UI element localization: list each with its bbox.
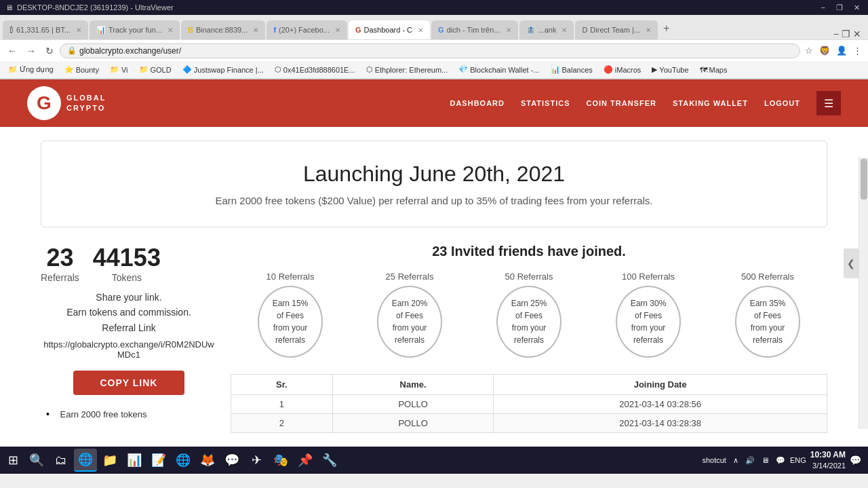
bullet-section: • Earn 2000 free tokens	[41, 409, 217, 419]
tray-network[interactable]: 🖥	[760, 455, 771, 466]
maximize-btn[interactable]: ❐	[833, 3, 846, 12]
tray-notification[interactable]: 💬	[774, 455, 787, 466]
taskbar-explorer[interactable]: 📁	[98, 449, 121, 472]
tab-close-btn[interactable]: ✕	[646, 26, 651, 34]
hamburger-btn[interactable]: ☰	[816, 91, 841, 115]
nav-coin-transfer[interactable]: COIN TRANSFER	[587, 99, 656, 107]
taskbar-app1[interactable]: 🎭	[269, 449, 292, 472]
tier-50-label: 50 Referrals	[505, 271, 553, 282]
bookmark-0x41[interactable]: ⬡ 0x41Ed3fd888601E...	[272, 64, 358, 75]
left-panel: 23 Referrals 44153 Tokens Share your lin…	[41, 244, 217, 419]
taskbar-word[interactable]: 📝	[147, 449, 170, 472]
address-bar[interactable]: 🔒 globalcrypto.exchange/user/	[60, 43, 800, 58]
maps-icon: 🗺	[700, 66, 707, 74]
table-header-row: Sr. Name. Joining Date	[231, 375, 827, 395]
title-bar-left: 🖥 DESKTOP-8NDCJE2 (36191239) - UltraView…	[5, 3, 174, 12]
tab-dashboard[interactable]: G Dashboard - C ✕	[349, 20, 430, 39]
tier-100-oval: Earn 30%of Feesfrom yourreferrals	[616, 286, 681, 358]
tab-close-btn[interactable]: ✕	[418, 26, 423, 34]
bookmark-bounty[interactable]: ⭐ Referrals Bounty	[62, 64, 102, 75]
taskbar-app3[interactable]: 🔧	[318, 449, 341, 472]
tokens-label: Tokens	[93, 272, 161, 283]
taskbar-firefox[interactable]: 🦊	[196, 449, 219, 472]
bookmark-blockchain[interactable]: 💎 Blockchain Wallet -...	[456, 64, 542, 75]
taskbar-taskview[interactable]: 🗂	[50, 449, 73, 472]
tab-close-btn[interactable]: ✕	[167, 26, 173, 34]
tier-500: 500 Referrals Earn 35%of Feesfrom yourre…	[735, 271, 800, 358]
clock[interactable]: 10:30 AM 3/14/2021	[810, 449, 846, 471]
taskbar-messenger[interactable]: 💬	[220, 449, 243, 472]
nav-logout[interactable]: LOGOUT	[764, 99, 800, 107]
new-tab-button[interactable]: +	[659, 22, 673, 35]
tab-close-btn[interactable]: ✕	[561, 26, 567, 34]
tier-50-oval: Earn 25%of Feesfrom yourreferrals	[496, 286, 561, 358]
language-button[interactable]: ENG	[790, 456, 806, 464]
bookmark-balances[interactable]: 📊 Balances	[548, 64, 595, 75]
taskbar-chrome[interactable]: 🌐	[172, 449, 195, 472]
main-section: 23 Referrals 44153 Tokens Share your lin…	[41, 244, 827, 433]
browser-min-btn[interactable]: −	[833, 29, 839, 39]
bookmark-apps[interactable]: 📁 Ứng dụng	[5, 64, 56, 75]
browser-close-btn[interactable]: ✕	[853, 29, 861, 39]
taskbar-app2[interactable]: 📌	[294, 449, 317, 472]
tab-bar: ₿ 61,331.65 | BT... ✕ 📊 Track your fun..…	[0, 15, 868, 39]
tab-close-btn[interactable]: ✕	[335, 26, 340, 34]
taskbar-search[interactable]: 🔍	[25, 449, 48, 472]
bookmark-justswap[interactable]: 🔷 Justswap Finance |...	[180, 64, 267, 75]
bookmark-gold[interactable]: 📁 GOLD	[136, 64, 174, 75]
profile-btn[interactable]: 👤	[834, 44, 849, 57]
bookmark-ethplorer[interactable]: ⬡ Ethplorer: Ethereum...	[363, 64, 451, 75]
nav-dashboard[interactable]: DASHBOARD	[450, 99, 505, 107]
tab-direct[interactable]: D Direct Team |... ✕	[575, 20, 658, 39]
star-btn[interactable]: ☆	[803, 44, 815, 57]
copy-link-button[interactable]: COPY LINK	[73, 371, 185, 395]
taskbar-right: shotcut ∧ 🔊 🖥 💬 ENG 10:30 AM 3/14/2021 💬	[700, 449, 865, 471]
row1-name: POLLO	[332, 395, 494, 414]
tab-bank[interactable]: 🏦 ...ank ✕	[519, 20, 574, 39]
tab-close-btn[interactable]: ✕	[506, 26, 511, 34]
youtube-icon: ▶	[652, 65, 657, 74]
referral-table: Sr. Name. Joining Date 1 POLLO 2021-03-1…	[231, 374, 827, 433]
tab-btc[interactable]: ₿ 61,331.65 | BT... ✕	[3, 20, 88, 39]
tab-binance[interactable]: B Binance:8839... ✕	[181, 20, 265, 39]
extensions-btn[interactable]: 🦁	[817, 44, 832, 57]
close-btn[interactable]: ✕	[851, 3, 863, 12]
scrollbar-thumb[interactable]	[861, 159, 867, 200]
referrals-count: 23	[41, 244, 79, 272]
address-bar-row: ← → ↻ 🔒 globalcrypto.exchange/user/ ☆ 🦁 …	[0, 39, 868, 61]
bookmark-maps[interactable]: 🗺 Maps	[697, 65, 730, 75]
forward-btn[interactable]: →	[23, 44, 39, 58]
stats-row: 23 Referrals 44153 Tokens	[41, 244, 217, 283]
scrollbar[interactable]	[859, 157, 868, 429]
minimize-btn[interactable]: −	[818, 3, 828, 12]
tab-close-btn[interactable]: ✕	[76, 26, 81, 34]
taskbar-edge[interactable]: 🌐	[74, 449, 97, 472]
bookmark-youtube[interactable]: ▶ YouTube	[649, 64, 691, 75]
tray-expand[interactable]: ∧	[731, 455, 741, 466]
bookmark-imacros[interactable]: 🔴 iMacros	[601, 64, 644, 75]
launch-subtitle: Earn 2000 free tokens ($200 Value) per r…	[55, 195, 813, 206]
right-panel: 23 Invited friends have joined. 10 Refer…	[231, 244, 827, 433]
tray-volume[interactable]: 🔊	[743, 455, 757, 466]
tab-facebook[interactable]: f (20+) Facebo... ✕	[267, 20, 347, 39]
tier-10-label: 10 Referrals	[267, 271, 315, 282]
tab-close-btn[interactable]: ✕	[253, 26, 258, 34]
tier-25-oval: Earn 20%of Feesfrom yourreferrals	[377, 286, 442, 358]
notification-center-btn[interactable]: 💬	[850, 455, 861, 466]
nav-staking[interactable]: STAKING WALLET	[673, 99, 748, 107]
refresh-btn[interactable]: ↻	[42, 44, 57, 58]
browser-restore-btn[interactable]: ❐	[842, 29, 850, 39]
imacros-icon: 🔴	[604, 65, 613, 74]
bookmark-vi[interactable]: 📁 Vi	[107, 64, 131, 75]
start-button[interactable]: ⊞	[3, 450, 24, 470]
nav-statistics[interactable]: STATISTICS	[521, 99, 570, 107]
table-row: 1 POLLO 2021-03-14 03:28:56	[231, 395, 827, 414]
tab-dich[interactable]: G dich - Tim trên... ✕	[431, 20, 517, 39]
right-arrow-btn[interactable]: ❮	[844, 248, 859, 278]
tray-shotcut[interactable]: shotcut	[700, 455, 728, 466]
settings-btn[interactable]: ⋮	[851, 44, 864, 57]
tab-track[interactable]: 📊 Track your fun... ✕	[90, 20, 180, 39]
taskbar-excel[interactable]: 📊	[123, 449, 146, 472]
taskbar-telegram[interactable]: ✈	[245, 449, 268, 472]
back-btn[interactable]: ←	[4, 44, 20, 58]
